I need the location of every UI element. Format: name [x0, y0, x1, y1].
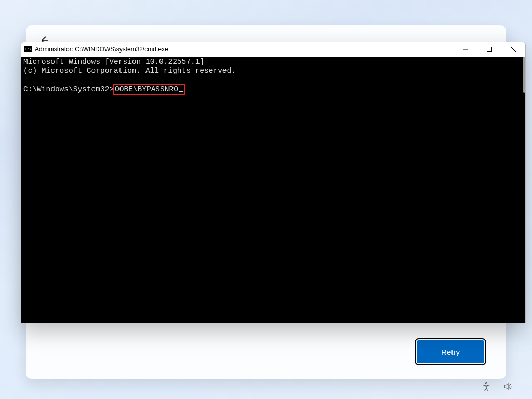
- terminal-prompt: C:\Windows\System32>: [23, 85, 114, 94]
- cursor-icon: [179, 91, 183, 92]
- maximize-icon: [487, 47, 492, 52]
- minimize-button[interactable]: [454, 42, 477, 57]
- terminal[interactable]: Microsoft Windows [Version 10.0.22557.1]…: [21, 57, 525, 323]
- titlebar[interactable]: Administrator: C:\WINDOWS\system32\cmd.e…: [21, 42, 525, 57]
- cmd-window: Administrator: C:\WINDOWS\system32\cmd.e…: [21, 42, 526, 323]
- svg-rect-1: [487, 47, 492, 52]
- svg-point-0: [486, 383, 487, 384]
- window-title: Administrator: C:\WINDOWS\system32\cmd.e…: [35, 46, 168, 53]
- volume-icon: [503, 382, 513, 391]
- scrollbar-thumb[interactable]: [523, 57, 525, 93]
- minimize-icon: [463, 47, 468, 52]
- terminal-line: (c) Microsoft Corporation. All rights re…: [23, 66, 236, 75]
- highlighted-command: OOBE\BYPASSNRO: [113, 84, 185, 95]
- close-button[interactable]: [501, 42, 525, 57]
- terminal-line: Microsoft Windows [Version 10.0.22557.1]: [23, 58, 204, 66]
- retry-button[interactable]: Retry: [417, 340, 484, 363]
- system-tray: [481, 381, 513, 392]
- terminal-command: OOBE\BYPASSNRO: [115, 85, 178, 94]
- cmd-icon: [24, 46, 32, 52]
- maximize-button[interactable]: [477, 42, 501, 57]
- close-icon: [511, 47, 516, 52]
- accessibility-button[interactable]: [481, 381, 491, 392]
- accessibility-icon: [482, 382, 491, 391]
- volume-button[interactable]: [503, 381, 513, 392]
